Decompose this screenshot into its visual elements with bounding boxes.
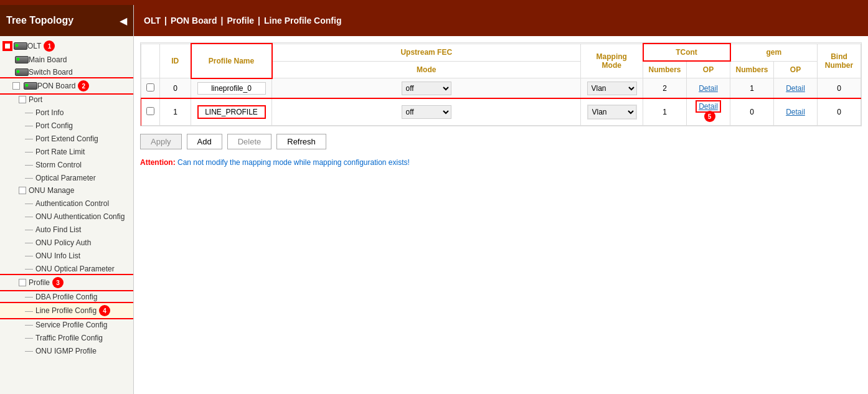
row1-mapping-cell: Vlan Gemport	[581, 99, 643, 126]
breadcrumb-sep2: |	[221, 16, 224, 26]
sidebar-item-optparam[interactable]: — Optical Parameter	[0, 171, 133, 184]
table-toolbar: Apply Add Delete Refresh	[140, 134, 862, 149]
add-button[interactable]: Add	[187, 134, 222, 149]
row0-upstream-cell: off on	[272, 78, 581, 99]
olt-badge: 1	[44, 40, 55, 52]
sidebar-item-portratelimit[interactable]: — Port Rate Limit	[0, 145, 133, 158]
row1-upstream-select[interactable]: off on	[402, 105, 451, 119]
content-area: OLT | PON Board | Profile | Line Profile…	[134, 5, 868, 394]
breadcrumb-bar: OLT | PON Board | Profile | Line Profile…	[134, 5, 868, 36]
breadcrumb-ponboard: PON Board	[171, 16, 217, 26]
row1-gem-op-cell: Detail	[774, 99, 818, 126]
serviceprofile-label: Service Profile Config	[35, 321, 107, 329]
th-bind: BindNumber	[818, 44, 861, 78]
sidebar-item-portconfig[interactable]: — Port Config	[0, 119, 133, 132]
portconfig-label: Port Config	[35, 121, 73, 130]
main-layout: Tree Topology ◀ OLT 1 Main Board Switch	[0, 5, 868, 394]
portinfo-label: Port Info	[35, 108, 64, 117]
igmpprofile-label: ONU IGMP Profile	[35, 347, 97, 355]
sidebar-item-portinfo[interactable]: — Port Info	[0, 106, 133, 119]
sidebar-item-trafficprofile[interactable]: — Traffic Profile Config	[0, 331, 133, 344]
detail-badge: 5	[704, 111, 715, 122]
sidebar-item-authcontrol[interactable]: — Authentication Control	[0, 197, 133, 210]
row0-tcont-detail[interactable]: Detail	[699, 84, 718, 93]
content-body: ID Profile Name Upstream FEC Mapping Mod…	[134, 36, 868, 394]
sidebar-collapse-icon[interactable]: ◀	[120, 15, 127, 27]
sidebar: Tree Topology ◀ OLT 1 Main Board Switch	[0, 5, 134, 394]
sidebar-item-onumanage-section[interactable]: ONU Manage	[0, 184, 133, 197]
olt-checkbox[interactable]	[4, 42, 11, 50]
sidebar-item-port-section[interactable]: Port	[0, 93, 133, 106]
row0-gem-op-cell: Detail	[774, 78, 818, 99]
row0-checkbox[interactable]	[146, 83, 154, 91]
th-gem: gem	[730, 44, 818, 61]
sidebar-item-igmpprofile[interactable]: — ONU IGMP Profile	[0, 344, 133, 357]
portratelimit-label: Port Rate Limit	[35, 148, 85, 156]
th-upstreamfec: Upstream FEC	[272, 44, 581, 61]
th-id: ID	[160, 44, 191, 78]
breadcrumb-lineprofile: Line Profile Config	[264, 16, 341, 26]
th-checkbox	[141, 44, 160, 78]
row1-mapping-select[interactable]: Vlan Gemport	[587, 105, 637, 120]
onuauthconfig-label: ONU Authentication Config	[35, 212, 125, 221]
sidebar-item-stormcontrol[interactable]: — Storm Control	[0, 158, 133, 171]
sidebar-item-switchboard[interactable]: Switch Board	[0, 66, 133, 78]
row1-tcont-numbers: 1	[643, 99, 687, 126]
row1-profilename-cell	[191, 99, 272, 126]
apply-button[interactable]: Apply	[140, 134, 182, 149]
row0-gem-numbers: 1	[730, 78, 774, 99]
ponboard-badge: 2	[78, 80, 89, 91]
row1-checkbox-cell	[141, 99, 160, 126]
trafficprofile-label: Traffic Profile Config	[35, 334, 103, 342]
sidebar-item-onuoptparam[interactable]: — ONU Optical Parameter	[0, 262, 133, 275]
sidebar-item-mainboard[interactable]: Main Board	[0, 54, 133, 66]
sidebar-item-olt[interactable]: OLT 1	[0, 39, 133, 54]
mainboard-icon	[15, 56, 29, 63]
sidebar-item-portextend[interactable]: — Port Extend Config	[0, 132, 133, 145]
sidebar-item-onuauthconfig[interactable]: — ONU Authentication Config	[0, 210, 133, 223]
row1-gem-numbers: 0	[730, 99, 774, 126]
profile-checkbox[interactable]	[19, 279, 26, 286]
onupolicyauth-label: ONU Policy Auth	[35, 238, 91, 247]
th-mappingmode: Mapping Mode	[581, 44, 643, 78]
delete-button[interactable]: Delete	[227, 134, 272, 149]
lineprofile-badge: 4	[99, 305, 110, 316]
row0-profilename-input[interactable]	[197, 82, 266, 95]
row0-checkbox-cell	[141, 78, 160, 99]
sidebar-header: Tree Topology ◀	[0, 5, 133, 36]
breadcrumb-sep3: |	[258, 16, 260, 26]
th-gem-numbers: Numbers	[730, 61, 774, 78]
row1-profilename-input[interactable]	[197, 105, 266, 119]
row0-gem-detail[interactable]: Detail	[786, 84, 805, 93]
sidebar-item-serviceprofile[interactable]: — Service Profile Config	[0, 318, 133, 331]
breadcrumb-profile: Profile	[227, 16, 255, 26]
refresh-button[interactable]: Refresh	[276, 134, 326, 149]
th-tcont: TCont	[643, 44, 730, 61]
sidebar-item-dbaprofile[interactable]: — DBA Profile Config	[0, 290, 133, 303]
breadcrumb-olt: OLT	[144, 16, 161, 26]
sidebar-item-lineprofile[interactable]: — Line Profile Config 4	[0, 303, 133, 318]
row0-tcont-op-cell: Detail	[687, 78, 730, 99]
sidebar-tree: OLT 1 Main Board Switch Board PON Board	[0, 36, 133, 394]
onuoptparam-label: ONU Optical Parameter	[35, 265, 115, 273]
row0-upstream-select[interactable]: off on	[402, 82, 451, 95]
table-row: 0 off on	[141, 78, 861, 99]
autofind-label: Auto Find List	[35, 225, 81, 234]
port-checkbox[interactable]	[19, 96, 26, 103]
th-tcont-op: OP	[687, 61, 730, 78]
sidebar-item-onupolicyauth[interactable]: — ONU Policy Auth	[0, 236, 133, 249]
onumanage-checkbox[interactable]	[19, 187, 26, 194]
sidebar-item-profile-section[interactable]: Profile 3	[0, 275, 133, 290]
olt-device-icon	[14, 42, 27, 50]
row0-mapping-select[interactable]: Vlan Gemport	[587, 82, 637, 95]
olt-label: OLT	[27, 42, 41, 50]
ponboard-checkbox[interactable]	[12, 82, 20, 90]
row1-checkbox[interactable]	[146, 107, 154, 115]
sidebar-item-onuinfolist[interactable]: — ONU Info List	[0, 249, 133, 262]
row1-gem-detail[interactable]: Detail	[786, 108, 805, 116]
sidebar-item-ponboard[interactable]: PON Board 2	[0, 78, 133, 93]
sidebar-item-autofind[interactable]: — Auto Find List	[0, 223, 133, 236]
mainboard-label: Main Board	[29, 55, 67, 64]
th-tcont-numbers: Numbers	[643, 61, 687, 78]
attention-label: Attention:	[140, 158, 176, 167]
